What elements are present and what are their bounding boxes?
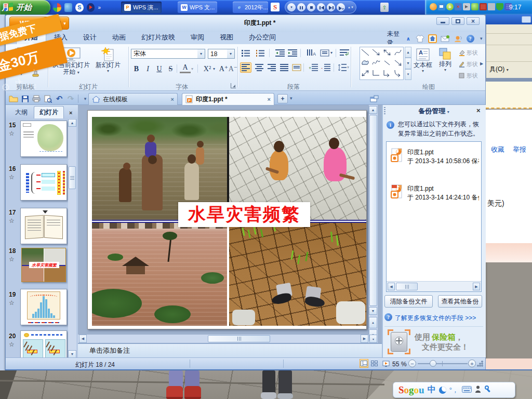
shape-effect-button[interactable]: 形状: [458, 72, 484, 79]
favorite-link[interactable]: 收藏: [491, 145, 504, 154]
close-panel-icon[interactable]: ×: [69, 110, 72, 116]
slide-thumbnail-20[interactable]: [20, 330, 67, 358]
numbering-button[interactable]: [255, 48, 266, 58]
textbox-button[interactable]: A 文本框 ▾: [413, 47, 433, 73]
italic-button[interactable]: I: [142, 63, 153, 74]
mail-icon[interactable]: [441, 34, 450, 43]
distribute-button[interactable]: [291, 62, 302, 73]
zoom-in-button[interactable]: +: [468, 360, 476, 367]
skin-icon[interactable]: [416, 34, 424, 43]
zoom-out-button[interactable]: −: [408, 360, 416, 367]
help-icon[interactable]: ?: [467, 34, 474, 43]
panel-title-dropdown-icon[interactable]: ▾: [447, 110, 449, 114]
slide-sorter-button[interactable]: [370, 359, 379, 368]
photo-cracked-soil-feet[interactable]: [229, 222, 366, 326]
slideshow-button[interactable]: [381, 359, 390, 368]
restore-player-icon[interactable]: ▾: [287, 3, 296, 11]
slide-thumbnail-16[interactable]: [20, 164, 67, 201]
shape-fill-button[interactable]: 形状: [458, 49, 484, 57]
green-ball-icon[interactable]: +: [446, 3, 454, 10]
community-icon[interactable]: [454, 34, 463, 43]
media-player-icon[interactable]: [87, 3, 95, 12]
ime-mode-chinese[interactable]: 中: [428, 384, 436, 395]
tools-menu-item[interactable]: 具(O) ▾: [489, 65, 509, 74]
print-button[interactable]: [31, 94, 42, 103]
fullwidth-moon-icon[interactable]: [439, 387, 446, 394]
underline-button[interactable]: U: [154, 63, 165, 74]
align-left-button[interactable]: [240, 62, 251, 73]
undo-button[interactable]: ↶: [54, 94, 64, 103]
slide-thumbnail-15[interactable]: [20, 121, 67, 157]
browser-icon[interactable]: [64, 3, 73, 12]
justify-button[interactable]: [278, 62, 290, 73]
punctuation-mode[interactable]: °，: [449, 385, 459, 395]
print-preview-button[interactable]: [43, 94, 53, 103]
slide-thumbnail-18-current[interactable]: 水旱灾害频繁: [21, 248, 66, 282]
soft-keyboard-icon[interactable]: [462, 386, 472, 394]
doc-tab-online-templates[interactable]: 在线模板 ×: [88, 93, 178, 105]
s-app-icon[interactable]: S: [75, 3, 84, 12]
safe-promo-icon[interactable]: [388, 329, 410, 354]
taskbar-window-wps-presentation[interactable]: P WPS 演...: [121, 2, 162, 13]
bold-button[interactable]: B: [131, 63, 142, 74]
display-tray-icon[interactable]: [488, 3, 495, 10]
thumbnail-scroll-thumb[interactable]: [69, 166, 76, 189]
view-other-backups-button[interactable]: 查看其他备份: [438, 295, 482, 308]
more-dropdown-icon[interactable]: ▾: [478, 34, 485, 43]
font-size-combo[interactable]: 18 ▾: [208, 49, 235, 59]
increase-indent-button[interactable]: [287, 48, 298, 58]
redo-button[interactable]: ↷: [65, 94, 76, 103]
align-text-button[interactable]: [319, 48, 330, 58]
bullets-button[interactable]: [240, 48, 251, 58]
handwriting-icon[interactable]: [475, 385, 482, 395]
increase-spacing-button[interactable]: +: [308, 62, 319, 73]
report-link[interactable]: 举报: [513, 145, 526, 154]
close-tab-icon[interactable]: ×: [268, 96, 271, 102]
stop-icon[interactable]: [307, 3, 315, 11]
hscroll-thumb[interactable]: [208, 335, 270, 342]
taskbar-window-wps-writer[interactable]: W WPS 文...: [178, 2, 217, 13]
volume-icon[interactable]: ▾: [337, 3, 345, 11]
tab-review[interactable]: 审阅: [183, 31, 212, 44]
minimize-button[interactable]: [436, 17, 449, 25]
tab-outline[interactable]: 大纲: [10, 107, 33, 118]
maximize-button[interactable]: [451, 17, 464, 25]
list-scroll-left-icon[interactable]: ◀: [388, 283, 395, 290]
pinwheel-icon[interactable]: [53, 3, 61, 12]
panel-drag-handle[interactable]: [384, 107, 385, 114]
thumbnail-scrollbar[interactable]: [68, 118, 76, 358]
split-notes-icon[interactable]: ▾: [369, 335, 377, 343]
overflow-chevron-icon[interactable]: »: [98, 5, 101, 10]
align-text-dropdown-icon[interactable]: ▾: [330, 50, 332, 55]
shapes-scroll-up-icon[interactable]: ▲: [405, 47, 411, 58]
font-dialog-launcher-icon[interactable]: [231, 83, 236, 88]
tab-view[interactable]: 视图: [212, 31, 241, 44]
backup-item-2[interactable]: 印度1.ppt 于 2013-3-14 14:24:10 备份: [391, 184, 479, 202]
superscript-dropdown-icon[interactable]: ▾: [213, 66, 215, 71]
usb-eject-icon[interactable]: ⇪: [380, 3, 389, 12]
shapes-more-icon[interactable]: ▾: [405, 69, 411, 80]
pause-icon[interactable]: [297, 3, 305, 11]
close-tab-icon[interactable]: ×: [171, 96, 174, 102]
thumb-scroll-up-icon[interactable]: ▲: [68, 119, 76, 127]
tab-office-space[interactable]: 办公空间: [241, 31, 284, 44]
home-icon[interactable]: [428, 34, 437, 43]
slide-caption-box[interactable]: 水旱灾害频繁: [178, 202, 310, 227]
scroll-right-icon[interactable]: ▶: [361, 335, 368, 343]
alarm-icon[interactable]: [430, 3, 437, 10]
save-button[interactable]: [20, 94, 30, 103]
shield-icon[interactable]: [496, 3, 503, 10]
thumb-scroll-down-icon[interactable]: ▼: [68, 350, 76, 358]
align-center-button[interactable]: [254, 62, 265, 73]
scroll-up-icon[interactable]: ▲: [369, 106, 377, 114]
font-color-dropdown-icon[interactable]: ▾: [191, 66, 193, 71]
new-tab-dropdown-icon[interactable]: ▾: [290, 96, 292, 101]
vscroll-thumb[interactable]: [369, 115, 377, 306]
line-spacing-button[interactable]: [337, 62, 348, 73]
zoom-slider-handle[interactable]: [430, 360, 436, 367]
decrease-indent-button[interactable]: [274, 48, 286, 58]
font-color-button[interactable]: A: [180, 63, 191, 73]
zoom-slider-track[interactable]: [418, 363, 468, 364]
backup-panel-title[interactable]: 备份管理: [418, 107, 445, 115]
open-button[interactable]: [8, 94, 19, 103]
